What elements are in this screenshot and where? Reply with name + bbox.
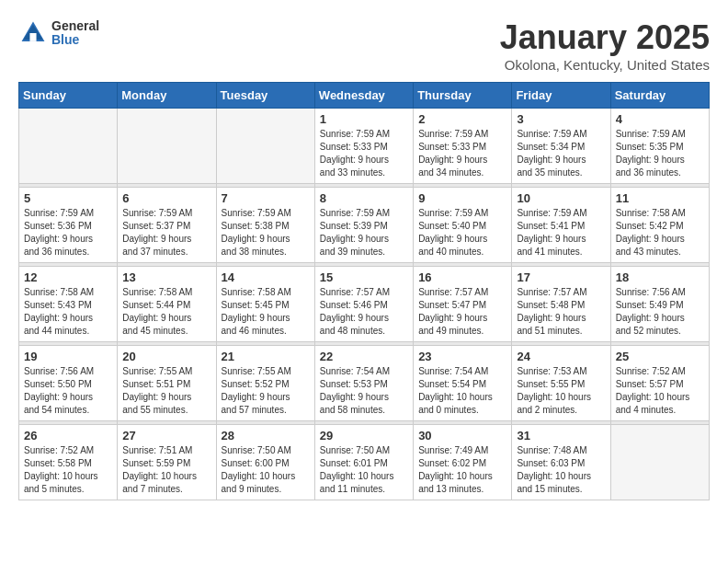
day-cell	[19, 109, 118, 184]
day-cell: 26Sunrise: 7:52 AM Sunset: 5:58 PM Dayli…	[19, 425, 118, 500]
day-cell: 3Sunrise: 7:59 AM Sunset: 5:34 PM Daylig…	[512, 109, 610, 184]
day-number: 5	[24, 191, 112, 205]
day-info: Sunrise: 7:59 AM Sunset: 5:34 PM Dayligh…	[517, 128, 605, 179]
day-cell: 8Sunrise: 7:59 AM Sunset: 5:39 PM Daylig…	[314, 188, 413, 263]
week-row: 5Sunrise: 7:59 AM Sunset: 5:36 PM Daylig…	[19, 188, 710, 263]
day-cell: 14Sunrise: 7:58 AM Sunset: 5:45 PM Dayli…	[216, 267, 314, 342]
logo: General Blue	[18, 18, 99, 48]
day-number: 14	[222, 270, 310, 284]
header-row: SundayMondayTuesdayWednesdayThursdayFrid…	[19, 83, 710, 109]
day-info: Sunrise: 7:59 AM Sunset: 5:37 PM Dayligh…	[122, 207, 210, 259]
day-info: Sunrise: 7:50 AM Sunset: 6:00 PM Dayligh…	[222, 444, 310, 496]
day-number: 10	[517, 191, 605, 205]
header-cell: Tuesday	[216, 83, 314, 109]
day-number: 2	[418, 112, 506, 126]
day-info: Sunrise: 7:59 AM Sunset: 5:36 PM Dayligh…	[24, 207, 112, 259]
day-number: 17	[517, 270, 605, 284]
day-cell: 20Sunrise: 7:55 AM Sunset: 5:51 PM Dayli…	[118, 346, 216, 421]
title-section: January 2025 Okolona, Kentucky, United S…	[500, 18, 710, 73]
day-info: Sunrise: 7:49 AM Sunset: 6:02 PM Dayligh…	[418, 444, 506, 496]
day-info: Sunrise: 7:59 AM Sunset: 5:33 PM Dayligh…	[320, 128, 408, 179]
day-cell: 22Sunrise: 7:54 AM Sunset: 5:53 PM Dayli…	[314, 346, 413, 421]
header-cell: Monday	[118, 83, 216, 109]
day-cell	[216, 109, 314, 184]
day-cell	[118, 109, 216, 184]
day-cell: 29Sunrise: 7:50 AM Sunset: 6:01 PM Dayli…	[314, 425, 413, 500]
day-info: Sunrise: 7:58 AM Sunset: 5:43 PM Dayligh…	[24, 286, 112, 338]
header-cell: Saturday	[610, 83, 709, 109]
day-cell: 6Sunrise: 7:59 AM Sunset: 5:37 PM Daylig…	[118, 188, 216, 263]
day-info: Sunrise: 7:56 AM Sunset: 5:49 PM Dayligh…	[616, 286, 704, 338]
day-info: Sunrise: 7:55 AM Sunset: 5:52 PM Dayligh…	[222, 365, 310, 417]
day-number: 21	[222, 350, 310, 363]
day-info: Sunrise: 7:59 AM Sunset: 5:40 PM Dayligh…	[418, 207, 506, 259]
day-number: 22	[320, 350, 408, 363]
day-info: Sunrise: 7:58 AM Sunset: 5:45 PM Dayligh…	[222, 286, 310, 338]
day-number: 30	[418, 429, 506, 442]
day-cell: 15Sunrise: 7:57 AM Sunset: 5:46 PM Dayli…	[314, 267, 413, 342]
day-number: 29	[320, 429, 408, 442]
day-cell: 23Sunrise: 7:54 AM Sunset: 5:54 PM Dayli…	[414, 346, 512, 421]
header-cell: Wednesday	[314, 83, 413, 109]
svg-rect-2	[29, 33, 36, 41]
day-cell: 12Sunrise: 7:58 AM Sunset: 5:43 PM Dayli…	[19, 267, 118, 342]
logo-icon	[18, 18, 48, 48]
day-cell: 11Sunrise: 7:58 AM Sunset: 5:42 PM Dayli…	[610, 188, 709, 263]
day-cell: 7Sunrise: 7:59 AM Sunset: 5:38 PM Daylig…	[216, 188, 314, 263]
day-cell: 4Sunrise: 7:59 AM Sunset: 5:35 PM Daylig…	[610, 109, 709, 184]
day-number: 13	[122, 270, 210, 284]
day-number: 25	[616, 350, 704, 363]
week-row: 12Sunrise: 7:58 AM Sunset: 5:43 PM Dayli…	[19, 267, 710, 342]
day-cell: 27Sunrise: 7:51 AM Sunset: 5:59 PM Dayli…	[118, 425, 216, 500]
day-info: Sunrise: 7:58 AM Sunset: 5:42 PM Dayligh…	[616, 207, 704, 259]
day-info: Sunrise: 7:51 AM Sunset: 5:59 PM Dayligh…	[122, 444, 210, 496]
day-cell: 28Sunrise: 7:50 AM Sunset: 6:00 PM Dayli…	[216, 425, 314, 500]
day-number: 23	[418, 350, 506, 363]
header-cell: Sunday	[19, 83, 118, 109]
logo-text: General Blue	[51, 19, 99, 48]
day-info: Sunrise: 7:57 AM Sunset: 5:47 PM Dayligh…	[418, 286, 506, 338]
header-cell: Thursday	[414, 83, 512, 109]
day-info: Sunrise: 7:55 AM Sunset: 5:51 PM Dayligh…	[122, 365, 210, 417]
week-row: 19Sunrise: 7:56 AM Sunset: 5:50 PM Dayli…	[19, 346, 710, 421]
calendar-table: SundayMondayTuesdayWednesdayThursdayFrid…	[18, 82, 710, 500]
page-header: General Blue January 2025 Okolona, Kentu…	[18, 18, 710, 73]
day-number: 16	[418, 270, 506, 284]
day-info: Sunrise: 7:48 AM Sunset: 6:03 PM Dayligh…	[517, 444, 605, 496]
day-cell: 5Sunrise: 7:59 AM Sunset: 5:36 PM Daylig…	[19, 188, 118, 263]
day-info: Sunrise: 7:59 AM Sunset: 5:39 PM Dayligh…	[320, 207, 408, 259]
day-info: Sunrise: 7:50 AM Sunset: 6:01 PM Dayligh…	[320, 444, 408, 496]
day-number: 19	[24, 350, 112, 363]
day-cell: 31Sunrise: 7:48 AM Sunset: 6:03 PM Dayli…	[512, 425, 610, 500]
day-number: 7	[222, 191, 310, 205]
day-info: Sunrise: 7:57 AM Sunset: 5:46 PM Dayligh…	[320, 286, 408, 338]
day-cell: 2Sunrise: 7:59 AM Sunset: 5:33 PM Daylig…	[414, 109, 512, 184]
day-cell: 18Sunrise: 7:56 AM Sunset: 5:49 PM Dayli…	[610, 267, 709, 342]
day-number: 31	[517, 429, 605, 442]
day-number: 12	[24, 270, 112, 284]
day-info: Sunrise: 7:54 AM Sunset: 5:53 PM Dayligh…	[320, 365, 408, 417]
day-number: 11	[616, 191, 704, 205]
day-number: 27	[122, 429, 210, 442]
day-number: 4	[616, 112, 704, 126]
day-cell: 17Sunrise: 7:57 AM Sunset: 5:48 PM Dayli…	[512, 267, 610, 342]
day-info: Sunrise: 7:52 AM Sunset: 5:58 PM Dayligh…	[24, 444, 112, 496]
day-info: Sunrise: 7:57 AM Sunset: 5:48 PM Dayligh…	[517, 286, 605, 338]
day-number: 15	[320, 270, 408, 284]
logo-general: General	[51, 19, 99, 33]
day-info: Sunrise: 7:58 AM Sunset: 5:44 PM Dayligh…	[122, 286, 210, 338]
day-info: Sunrise: 7:59 AM Sunset: 5:38 PM Dayligh…	[222, 207, 310, 259]
day-number: 8	[320, 191, 408, 205]
day-cell: 10Sunrise: 7:59 AM Sunset: 5:41 PM Dayli…	[512, 188, 610, 263]
day-info: Sunrise: 7:56 AM Sunset: 5:50 PM Dayligh…	[24, 365, 112, 417]
day-cell: 24Sunrise: 7:53 AM Sunset: 5:55 PM Dayli…	[512, 346, 610, 421]
day-number: 18	[616, 270, 704, 284]
day-info: Sunrise: 7:59 AM Sunset: 5:41 PM Dayligh…	[517, 207, 605, 259]
calendar-title: January 2025	[500, 18, 710, 57]
day-cell: 19Sunrise: 7:56 AM Sunset: 5:50 PM Dayli…	[19, 346, 118, 421]
day-cell: 9Sunrise: 7:59 AM Sunset: 5:40 PM Daylig…	[414, 188, 512, 263]
day-cell: 16Sunrise: 7:57 AM Sunset: 5:47 PM Dayli…	[414, 267, 512, 342]
day-info: Sunrise: 7:59 AM Sunset: 5:35 PM Dayligh…	[616, 128, 704, 179]
day-cell: 30Sunrise: 7:49 AM Sunset: 6:02 PM Dayli…	[414, 425, 512, 500]
logo-blue: Blue	[51, 33, 99, 47]
